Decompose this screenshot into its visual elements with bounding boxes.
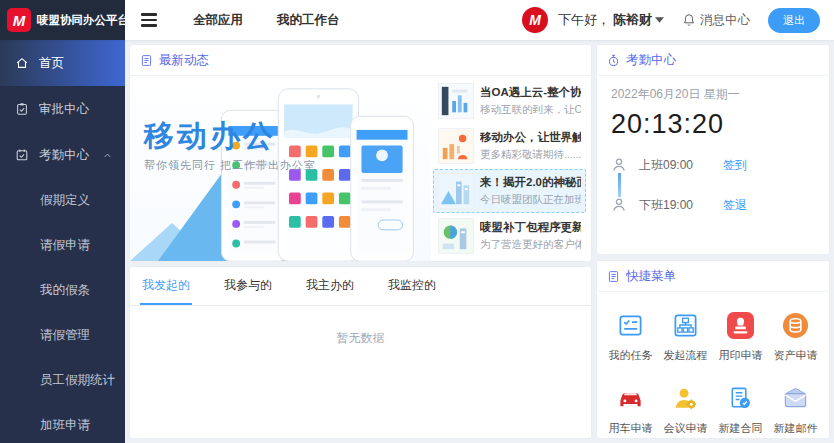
attendance-clock: 20:13:20 (611, 109, 815, 140)
banner-subline: 帮你领先同行 把工作带出办公室 (144, 158, 316, 173)
mobile-office-banner[interactable]: 移动办公 帮你领先同行 把工作带出办公室 (130, 76, 431, 261)
sidebar-subitem-overtime-request[interactable]: 加班申请 (0, 403, 125, 443)
latest-news-body: 移动办公 帮你领先同行 把工作带出办公室 (130, 76, 591, 261)
news-list: 当OA遇上云-整个协同OA移动互联的到来，让OA与云 移动办公，让世界触手可更多… (431, 76, 591, 261)
sidebar-item-label: 审批中心 (39, 101, 89, 118)
mail-icon (782, 385, 809, 412)
stopwatch-icon (607, 54, 620, 67)
nav-my-workbench[interactable]: 我的工作台 (277, 12, 340, 29)
task-icon (617, 312, 644, 339)
sidebar-subitem-leave-request[interactable]: 请假申请 (0, 223, 125, 268)
menu-toggle-icon[interactable] (137, 9, 161, 31)
quick-item-label: 资产申请 (774, 348, 818, 363)
logout-button[interactable]: 退出 (768, 8, 820, 33)
news-desc: 更多精彩敬请期待........ (480, 148, 581, 162)
person-icon (611, 157, 627, 173)
sidebar-subitem-holiday-definition[interactable]: 假期定义 (0, 178, 125, 223)
brand: M 唛盟协同办公平台 (0, 0, 125, 40)
tab-hosted-by-me[interactable]: 我主办的 (304, 267, 356, 305)
news-item-highlighted[interactable]: 来！揭开2.0的神秘面纱-今日唛盟团队正在加班加点， (433, 169, 586, 214)
quick-menu-panel: 快捷菜单 我的任务 发起流程 用印申请 资产申请 (597, 261, 829, 438)
main-content: 最新动态 移动办公 帮你领先同行 把工作带出办公室 (125, 40, 834, 443)
news-thumbnail (438, 83, 474, 119)
news-title: 当OA遇上云-整个协同OA (480, 85, 581, 100)
header-right: M 下午好，陈裕财 消息中心 退出 (522, 7, 834, 33)
meeting-icon (672, 385, 699, 412)
news-title: 移动办公，让世界触手可 (480, 130, 581, 145)
news-item[interactable]: 移动办公，让世界触手可更多精彩敬请期待........ (433, 124, 586, 169)
quick-menu-title: 快捷菜单 (626, 268, 676, 285)
asset-icon (782, 312, 809, 339)
caret-down-icon (655, 17, 664, 23)
shift-label: 上班09:00 (639, 157, 711, 174)
sidebar-subitem-employee-leave-stats[interactable]: 员工假期统计 (0, 358, 125, 403)
quick-item-label: 新建邮件 (774, 421, 818, 436)
sidebar-item-label: 首页 (39, 55, 64, 72)
attendance-header: 考勤中心 (597, 45, 829, 76)
sidebar-item-approval-center[interactable]: 审批中心 (0, 86, 125, 132)
news-desc: 移动互联的到来，让OA与云 (480, 103, 581, 117)
contract-icon (727, 385, 754, 412)
quick-menu-grid: 我的任务 发起流程 用印申请 资产申请 用车申请 (597, 292, 829, 436)
user-greeting[interactable]: 下午好，陈裕财 (558, 11, 664, 29)
attendance-icon (15, 148, 29, 162)
sidebar: 首页 审批中心 考勤中心 假期定义 请假申请 我的假条 请假管理 员工假期统计 … (0, 40, 125, 443)
quick-item-label: 用车申请 (609, 421, 653, 436)
shift-row-evening: 下班19:00 签退 (611, 192, 815, 218)
home-icon (15, 56, 29, 70)
tab-initiated-by-me[interactable]: 我发起的 (140, 267, 192, 305)
quick-item-my-tasks[interactable]: 我的任务 (603, 304, 658, 363)
quick-item-asset-request[interactable]: 资产申请 (768, 304, 823, 363)
news-desc: 今日唛盟团队正在加班加点， (480, 193, 581, 207)
attendance-title: 考勤中心 (626, 52, 676, 69)
quick-item-meeting-request[interactable]: 会议申请 (658, 377, 713, 436)
shift-row-morning: 上班09:00 签到 (611, 152, 815, 178)
document-icon (607, 270, 620, 283)
quick-item-label: 我的任务 (609, 348, 653, 363)
latest-news-panel: 最新动态 移动办公 帮你领先同行 把工作带出办公室 (130, 45, 591, 261)
car-icon (617, 385, 644, 412)
user-avatar[interactable]: M (522, 7, 548, 33)
attendance-panel: 考勤中心 2022年06月20日 星期一 20:13:20 上班09:00 签到… (597, 45, 829, 254)
attendance-timeline: 上班09:00 签到 下班19:00 签退 (611, 152, 815, 218)
latest-news-header: 最新动态 (130, 45, 591, 76)
news-item[interactable]: 当OA遇上云-整个协同OA移动互联的到来，让OA与云 (433, 79, 586, 124)
shift-label: 下班19:00 (639, 197, 711, 214)
sign-out-link[interactable]: 签退 (723, 197, 747, 214)
flow-icon (672, 312, 699, 339)
top-header: M 唛盟协同办公平台 全部应用 我的工作台 M 下午好，陈裕财 消息中心 退出 (0, 0, 834, 40)
user-name: 陈裕财 (613, 11, 652, 29)
banner-headline: 移动办公 (144, 116, 276, 157)
chevron-up-icon (102, 150, 113, 161)
latest-news-title: 最新动态 (159, 52, 209, 69)
quick-item-new-mail[interactable]: 新建邮件 (768, 377, 823, 436)
person-icon (611, 197, 627, 213)
sidebar-item-attendance-center[interactable]: 考勤中心 (0, 132, 125, 178)
news-desc: 为了营造更好的客户体验，唛 (480, 238, 581, 252)
quick-item-new-contract[interactable]: 新建合同 (713, 377, 768, 436)
quick-item-vehicle-request[interactable]: 用车申请 (603, 377, 658, 436)
sidebar-subitem-my-leave-notes[interactable]: 我的假条 (0, 268, 125, 313)
document-icon (140, 54, 153, 67)
sidebar-item-home[interactable]: 首页 (0, 40, 125, 86)
message-center-label: 消息中心 (700, 12, 750, 29)
sidebar-item-label: 考勤中心 (39, 147, 89, 164)
attendance-body: 2022年06月20日 星期一 20:13:20 上班09:00 签到 下班19… (597, 76, 829, 218)
news-item[interactable]: 唛盟补丁包程序更新为了营造更好的客户体验，唛 (433, 213, 586, 258)
news-title: 唛盟补丁包程序更新 (480, 220, 581, 235)
tab-participated-by-me[interactable]: 我参与的 (222, 267, 274, 305)
right-column: 考勤中心 2022年06月20日 星期一 20:13:20 上班09:00 签到… (597, 45, 829, 438)
quick-item-label: 用印申请 (719, 348, 763, 363)
message-center[interactable]: 消息中心 (682, 12, 750, 29)
stamp-icon (727, 312, 754, 339)
nav-all-apps[interactable]: 全部应用 (193, 12, 243, 29)
quick-item-seal-request[interactable]: 用印申请 (713, 304, 768, 363)
sidebar-subitem-leave-management[interactable]: 请假管理 (0, 313, 125, 358)
brand-logo-icon: M (7, 8, 31, 32)
news-thumbnail (438, 173, 474, 209)
sign-in-link[interactable]: 签到 (723, 157, 747, 174)
bell-icon (682, 13, 696, 27)
attendance-date: 2022年06月20日 星期一 (611, 86, 815, 103)
quick-item-start-flow[interactable]: 发起流程 (658, 304, 713, 363)
tab-monitored-by-me[interactable]: 我监控的 (386, 267, 438, 305)
